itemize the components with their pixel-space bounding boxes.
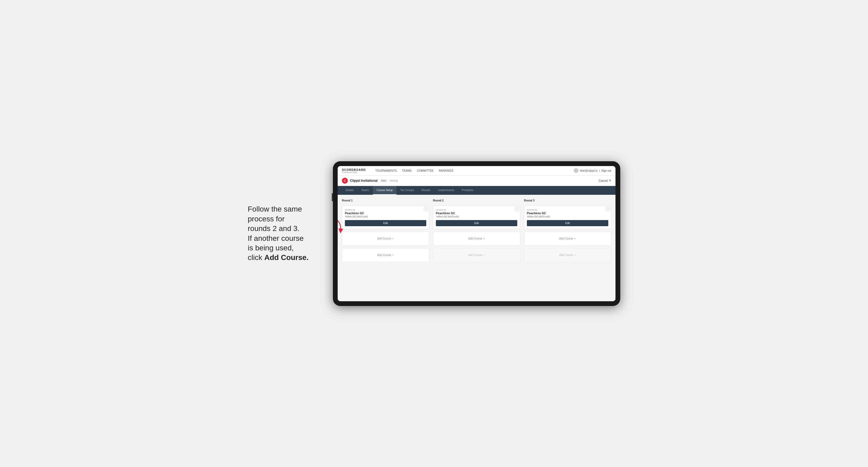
cancel-x-icon: ✕	[609, 179, 611, 182]
tournament-name: Clippd Invitational	[350, 179, 378, 183]
tab-teams[interactable]: Teams	[358, 186, 373, 195]
round-2-add-course-2: Add Course +	[433, 248, 520, 262]
round-1-add-course-2[interactable]: Add Course +	[342, 248, 429, 262]
round-3-delete-button[interactable]: ○	[606, 207, 610, 211]
round-3-course-label: (Course A)	[527, 209, 608, 211]
round-1-edit-button[interactable]: Edit	[345, 220, 426, 226]
round-1-course-card: (Course A) Peachtree GC Yellow (M) (6629…	[342, 206, 429, 229]
nav-tournaments[interactable]: TOURNAMENTS	[375, 169, 397, 172]
hosting-badge: Hosting	[390, 179, 398, 182]
round-1-course-name: Peachtree GC	[345, 212, 426, 215]
round-3-course-name: Peachtree GC	[527, 212, 608, 215]
round-1-course-card-wrapper: (Course A) Peachtree GC Yellow (M) (6629…	[342, 206, 429, 229]
tournament-info: C Clippd Invitational Men Hosting	[342, 178, 398, 184]
tab-results[interactable]: Results	[418, 186, 434, 195]
nav-right: blair@clippd.io | Sign out	[574, 168, 611, 173]
round-1-course-label: (Course A)	[345, 209, 426, 211]
round-3-course-card-wrapper: (Course A) Peachtree GC Yellow (M) (6629…	[524, 206, 611, 229]
sign-out-link[interactable]: Sign out	[601, 169, 611, 172]
round-2-course-card-wrapper: (Course A) Peachtree GC Yellow (M) (6629…	[433, 206, 520, 229]
round-2-add-course-text-1: Add Course	[468, 237, 483, 240]
round-3-course-card: (Course A) Peachtree GC Yellow (M) (6629…	[524, 206, 611, 229]
nav-links: TOURNAMENTS TEAMS COMMITTEE RANKINGS	[375, 169, 567, 172]
round-3-add-course-text-2: Add Course	[559, 254, 574, 256]
round-1-course-details: Yellow (M) (6629 yds)	[345, 215, 426, 218]
round-2-course-details: Yellow (M) (6629 yds)	[436, 215, 517, 218]
round-2-edit-button[interactable]: Edit	[436, 220, 517, 226]
round-2-add-course-1[interactable]: Add Course +	[433, 232, 520, 246]
clippd-logo: C	[342, 178, 348, 184]
nav-teams[interactable]: TEAMS	[402, 169, 412, 172]
round-2-label: Round 2	[433, 199, 520, 202]
round-1-add-course-text-1: Add Course	[377, 237, 392, 240]
user-email: blair@clippd.io	[580, 169, 598, 172]
tablet-side-button	[332, 193, 333, 201]
tab-bar: Details Teams Course Setup Tee Groups Re…	[338, 186, 616, 195]
round-1-add-course-text-2: Add Course	[377, 254, 392, 256]
round-2-add-course-plus-1: +	[483, 237, 485, 241]
nav-committee[interactable]: COMMITTEE	[417, 169, 434, 172]
logo-title: SCOREBOARD	[342, 168, 366, 172]
nav-rankings[interactable]: RANKINGS	[439, 169, 454, 172]
round-2-column: Round 2 (Course A) Peachtree GC Yellow (…	[433, 199, 520, 262]
page-wrapper: Follow the same process for rounds 2 and…	[248, 161, 620, 306]
tab-printables[interactable]: Printables	[458, 186, 477, 195]
instruction-line4: If another course	[248, 234, 304, 242]
tab-tee-groups[interactable]: Tee Groups	[397, 186, 418, 195]
round-1-delete-button[interactable]: ○	[424, 207, 428, 211]
round-3-course-details: Yellow (M) (6629 yds)	[527, 215, 608, 218]
logo-sub: Powered by clippd	[342, 172, 366, 173]
top-nav: SCOREBOARD Powered by clippd TOURNAMENTS…	[338, 166, 616, 176]
pipe-separator: |	[599, 169, 600, 172]
round-1-add-course-plus-2: +	[392, 253, 394, 257]
tab-details[interactable]: Details	[342, 186, 358, 195]
round-2-course-card: (Course A) Peachtree GC Yellow (M) (6629…	[433, 206, 520, 229]
round-3-add-course-plus-2: +	[574, 253, 576, 257]
tab-course-setup[interactable]: Course Setup	[373, 186, 397, 195]
round-3-column: Round 3 (Course A) Peachtree GC Yellow (…	[524, 199, 611, 262]
round-3-add-course-plus-1: +	[574, 237, 576, 241]
user-avatar	[574, 168, 579, 173]
round-3-add-course-text-1: Add Course	[559, 237, 574, 240]
instruction-line1: Follow the same	[248, 205, 302, 213]
round-3-add-course-2: Add Course +	[524, 248, 611, 262]
instruction-line6: click	[248, 253, 264, 261]
round-2-add-course-plus-2: +	[483, 253, 485, 257]
instruction-line3: rounds 2 and 3.	[248, 224, 300, 232]
round-2-add-course-text-2: Add Course	[468, 254, 483, 256]
main-content: Round 1 (Course A) Peachtree GC Yellow (…	[338, 195, 616, 301]
round-2-course-label: (Course A)	[436, 209, 517, 211]
cancel-button[interactable]: Cancel ✕	[599, 179, 611, 182]
tab-leaderboards[interactable]: Leaderboards	[434, 186, 458, 195]
round-3-edit-button[interactable]: Edit	[527, 220, 608, 226]
round-3-add-course-1[interactable]: Add Course +	[524, 232, 611, 246]
rounds-grid: Round 1 (Course A) Peachtree GC Yellow (…	[342, 199, 611, 262]
instruction-line2: process for	[248, 215, 285, 223]
round-2-course-name: Peachtree GC	[436, 212, 517, 215]
logo-area: SCOREBOARD Powered by clippd	[342, 168, 366, 173]
tablet-screen: SCOREBOARD Powered by clippd TOURNAMENTS…	[338, 166, 616, 301]
round-1-column: Round 1 (Course A) Peachtree GC Yellow (…	[342, 199, 429, 262]
round-2-delete-button[interactable]: ○	[515, 207, 519, 211]
instruction-line5: is being used,	[248, 244, 294, 252]
round-1-label: Round 1	[342, 199, 429, 202]
instruction-text: Follow the same process for rounds 2 and…	[248, 205, 322, 262]
round-1-add-course-plus-1: +	[392, 237, 394, 241]
round-1-add-course-1[interactable]: Add Course +	[342, 232, 429, 246]
round-3-label: Round 3	[524, 199, 611, 202]
instruction-bold: Add Course.	[264, 253, 308, 261]
sub-header: C Clippd Invitational Men Hosting Cancel…	[338, 176, 616, 186]
tablet-frame: SCOREBOARD Powered by clippd TOURNAMENTS…	[333, 161, 620, 306]
gender-badge: Men	[380, 179, 388, 182]
